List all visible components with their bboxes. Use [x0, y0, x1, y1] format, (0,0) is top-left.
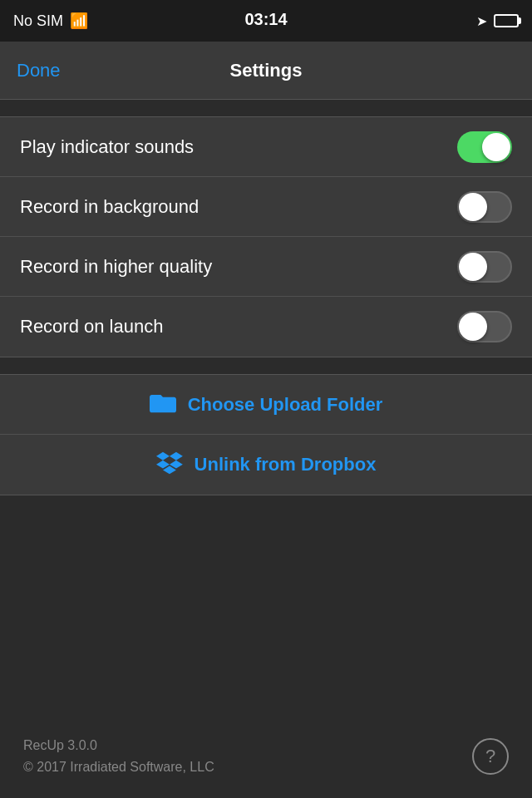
- nav-bar: Done Settings: [0, 42, 532, 100]
- page-title: Settings: [230, 60, 303, 81]
- status-left: No SIM 📶: [13, 12, 88, 30]
- help-button[interactable]: ?: [472, 738, 509, 775]
- sim-status: No SIM: [13, 12, 63, 30]
- copyright: © 2017 Irradiated Software, LLC: [23, 756, 214, 778]
- toggle-knob-2: [459, 193, 487, 221]
- settings-row-record-launch: Record on launch: [0, 297, 532, 357]
- higher-quality-label: Record in higher quality: [20, 256, 212, 278]
- footer: RecUp 3.0.0 © 2017 Irradiated Software, …: [0, 715, 532, 798]
- settings-row-higher-quality: Record in higher quality: [0, 237, 532, 297]
- svg-marker-0: [156, 452, 170, 461]
- footer-text: RecUp 3.0.0 © 2017 Irradiated Software, …: [23, 735, 214, 777]
- help-icon: ?: [485, 746, 495, 767]
- svg-marker-1: [170, 452, 183, 461]
- toggle-knob-3: [459, 253, 487, 281]
- record-background-toggle[interactable]: [457, 191, 512, 223]
- play-sounds-toggle[interactable]: [457, 131, 512, 163]
- settings-row-record-background: Record in background: [0, 177, 532, 237]
- action-section: Choose Upload Folder Unlink from Dropbox: [0, 374, 532, 495]
- record-launch-toggle[interactable]: [457, 311, 512, 342]
- settings-section: Play indicator sounds Record in backgrou…: [0, 116, 532, 357]
- record-launch-label: Record on launch: [20, 316, 163, 337]
- record-background-label: Record in background: [20, 196, 199, 218]
- location-icon: ➤: [476, 13, 487, 29]
- toggle-knob: [482, 133, 510, 161]
- toggle-knob-4: [459, 313, 487, 341]
- folder-icon: [150, 390, 176, 419]
- choose-upload-folder-label: Choose Upload Folder: [188, 394, 383, 416]
- app-name: RecUp 3.0.0: [23, 735, 214, 756]
- status-time: 03:14: [244, 10, 287, 29]
- status-bar: No SIM 📶 03:14 ➤: [0, 0, 532, 42]
- choose-upload-folder-button[interactable]: Choose Upload Folder: [0, 375, 532, 435]
- unlink-dropbox-button[interactable]: Unlink from Dropbox: [0, 435, 532, 495]
- wifi-icon: 📶: [70, 12, 88, 30]
- play-sounds-label: Play indicator sounds: [20, 136, 194, 158]
- status-right: ➤: [476, 13, 519, 29]
- done-button[interactable]: Done: [17, 60, 61, 81]
- unlink-dropbox-label: Unlink from Dropbox: [195, 454, 377, 475]
- settings-row-play-sounds: Play indicator sounds: [0, 117, 532, 177]
- dropbox-icon: [156, 451, 183, 478]
- battery-icon: [494, 14, 519, 27]
- higher-quality-toggle[interactable]: [457, 251, 512, 283]
